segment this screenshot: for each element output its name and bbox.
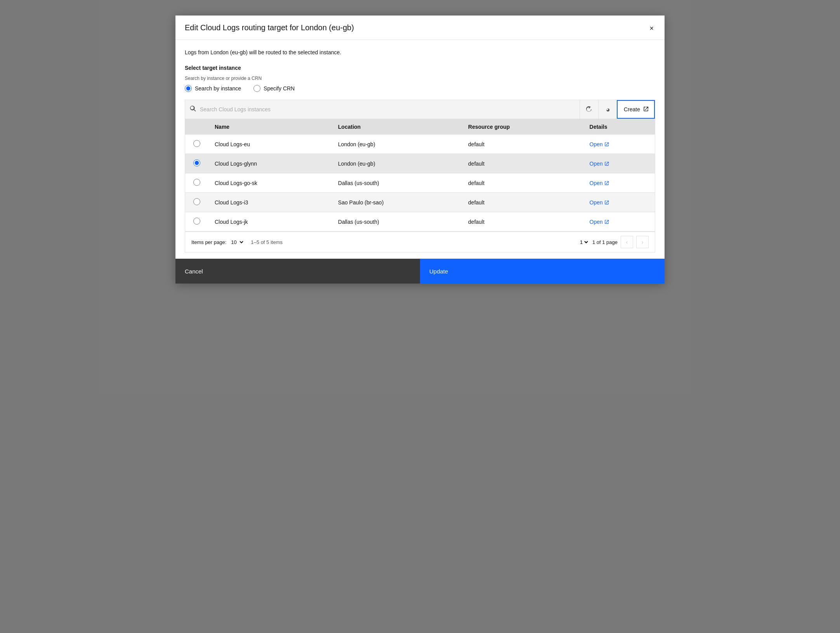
row-radio[interactable] (193, 179, 200, 186)
open-link[interactable]: Open (590, 161, 609, 167)
col-select (185, 119, 208, 135)
radio-search-by-instance-input[interactable] (185, 85, 192, 92)
page-number-select[interactable]: 1 (578, 239, 589, 246)
create-label: Create (624, 106, 640, 112)
modal-overlay: Edit Cloud Logs routing target for Londo… (0, 0, 840, 633)
row-radio[interactable] (193, 218, 200, 225)
row-details[interactable]: Open (583, 193, 655, 212)
modal-header: Edit Cloud Logs routing target for Londo… (175, 16, 665, 40)
table-header-row: Name Location Resource group Details (185, 119, 655, 135)
radio-specify-crn-input[interactable] (253, 85, 260, 92)
section-title: Select target instance (185, 65, 655, 71)
search-icon (190, 106, 196, 113)
row-resource-group: default (462, 173, 583, 193)
col-details: Details (583, 119, 655, 135)
row-resource-group: default (462, 135, 583, 154)
next-page-button[interactable]: › (636, 236, 649, 248)
row-details[interactable]: Open (583, 212, 655, 232)
row-radio[interactable] (193, 159, 200, 166)
close-button[interactable]: × (648, 23, 655, 33)
search-hint: Search by instance or provide a CRN (185, 76, 655, 81)
row-select-cell[interactable] (185, 135, 208, 154)
pagination-bar: Items per page: 10 20 50 1–5 of 5 items … (185, 232, 655, 252)
row-radio[interactable] (193, 140, 200, 147)
description-text: Logs from London (eu-gb) will be routed … (185, 49, 655, 55)
row-resource-group: default (462, 212, 583, 232)
open-link[interactable]: Open (590, 219, 609, 225)
row-name: Cloud Logs-jk (208, 212, 332, 232)
col-location: Location (332, 119, 462, 135)
table-row: Cloud Logs-i3 Sao Paulo (br-sao) default… (185, 193, 655, 212)
items-per-page-label: Items per page: (191, 239, 226, 245)
search-wrap (185, 100, 580, 119)
update-button[interactable]: Update (420, 259, 665, 284)
prev-page-button[interactable]: ‹ (621, 236, 633, 248)
row-location: Dallas (us-south) (332, 212, 462, 232)
cancel-button[interactable]: Cancel (175, 259, 420, 284)
total-pages-label: 1 of 1 page (592, 239, 618, 245)
refresh-button[interactable] (580, 100, 598, 119)
table-wrap: Name Location Resource group Details Clo… (185, 119, 655, 253)
row-select-cell[interactable] (185, 173, 208, 193)
row-name: Cloud Logs-eu (208, 135, 332, 154)
row-radio[interactable] (193, 198, 200, 205)
modal: Edit Cloud Logs routing target for Londo… (175, 16, 665, 284)
radio-specify-crn-label: Specify CRN (264, 85, 295, 92)
table-row: Cloud Logs-jk Dallas (us-south) default … (185, 212, 655, 232)
row-location: Dallas (us-south) (332, 173, 462, 193)
instances-table: Name Location Resource group Details Clo… (185, 119, 655, 232)
toolbar: Create (185, 100, 655, 119)
create-button[interactable]: Create (617, 100, 655, 119)
radio-specify-crn[interactable]: Specify CRN (253, 85, 295, 92)
row-name: Cloud Logs-go-sk (208, 173, 332, 193)
radio-group: Search by instance Specify CRN (185, 85, 655, 92)
open-link[interactable]: Open (590, 180, 609, 186)
open-link[interactable]: Open (590, 199, 609, 206)
page-select: 1 (578, 239, 589, 246)
search-input[interactable] (200, 106, 575, 112)
table-row: Cloud Logs-eu London (eu-gb) default Ope… (185, 135, 655, 154)
modal-title: Edit Cloud Logs routing target for Londo… (185, 23, 354, 32)
open-link[interactable]: Open (590, 141, 609, 147)
row-details[interactable]: Open (583, 173, 655, 193)
items-per-page-select[interactable]: 10 20 50 (229, 239, 245, 246)
items-range: 1–5 of 5 items (251, 239, 572, 245)
row-select-cell[interactable] (185, 193, 208, 212)
radio-search-by-instance[interactable]: Search by instance (185, 85, 241, 92)
page-controls: 1 1 of 1 page ‹ › (578, 236, 649, 248)
row-select-cell[interactable] (185, 212, 208, 232)
items-per-page: Items per page: 10 20 50 (191, 239, 245, 246)
row-select-cell[interactable] (185, 154, 208, 173)
row-name: Cloud Logs-i3 (208, 193, 332, 212)
modal-body: Logs from London (eu-gb) will be routed … (175, 40, 665, 253)
table-row: Cloud Logs-go-sk Dallas (us-south) defau… (185, 173, 655, 193)
row-details[interactable]: Open (583, 154, 655, 173)
row-name: Cloud Logs-glynn (208, 154, 332, 173)
row-location: Sao Paulo (br-sao) (332, 193, 462, 212)
modal-footer: Cancel Update (175, 259, 665, 284)
row-resource-group: default (462, 154, 583, 173)
row-details[interactable]: Open (583, 135, 655, 154)
create-external-icon (643, 106, 649, 113)
settings-button[interactable] (598, 100, 617, 119)
row-location: London (eu-gb) (332, 135, 462, 154)
col-name: Name (208, 119, 332, 135)
row-resource-group: default (462, 193, 583, 212)
row-location: London (eu-gb) (332, 154, 462, 173)
radio-search-by-instance-label: Search by instance (195, 85, 241, 92)
table-row: Cloud Logs-glynn London (eu-gb) default … (185, 154, 655, 173)
col-resource-group: Resource group (462, 119, 583, 135)
